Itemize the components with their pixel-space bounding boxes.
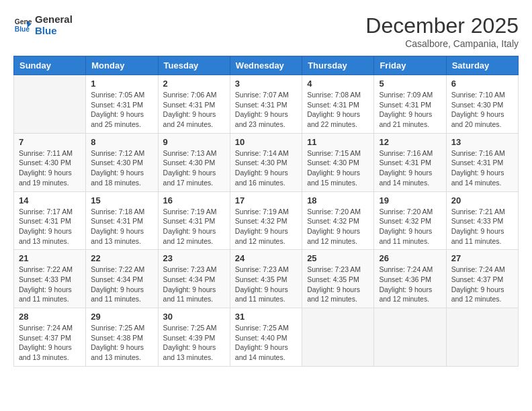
calendar-cell <box>374 308 446 367</box>
calendar-cell: 16Sunrise: 7:19 AMSunset: 4:31 PMDayligh… <box>158 191 230 250</box>
calendar-cell <box>14 75 86 134</box>
calendar-cell: 27Sunrise: 7:24 AMSunset: 4:37 PMDayligh… <box>446 250 518 308</box>
calendar-week-row: 28Sunrise: 7:24 AMSunset: 4:37 PMDayligh… <box>14 308 519 367</box>
calendar-cell: 17Sunrise: 7:19 AMSunset: 4:32 PMDayligh… <box>230 191 302 250</box>
weekday-header-cell: Friday <box>374 56 446 75</box>
day-number: 31 <box>235 312 297 322</box>
day-info: Sunrise: 7:16 AMSunset: 4:31 PMDaylight:… <box>451 148 513 188</box>
page-header: General Blue General Blue December 2025 … <box>13 13 519 49</box>
weekday-header-cell: Sunday <box>14 56 86 75</box>
day-info: Sunrise: 7:19 AMSunset: 4:31 PMDaylight:… <box>163 207 225 246</box>
day-number: 28 <box>19 312 81 322</box>
weekday-header-cell: Monday <box>86 56 158 75</box>
day-number: 19 <box>379 195 441 205</box>
day-number: 27 <box>451 253 513 263</box>
day-number: 21 <box>19 253 81 263</box>
day-info: Sunrise: 7:23 AMSunset: 4:34 PMDaylight:… <box>163 265 225 304</box>
calendar-cell: 15Sunrise: 7:18 AMSunset: 4:31 PMDayligh… <box>86 191 158 250</box>
calendar-body: 1Sunrise: 7:05 AMSunset: 4:31 PMDaylight… <box>14 75 519 367</box>
day-number: 9 <box>163 137 225 147</box>
day-number: 18 <box>307 195 369 205</box>
calendar-week-row: 21Sunrise: 7:22 AMSunset: 4:33 PMDayligh… <box>14 250 519 308</box>
calendar-cell: 11Sunrise: 7:15 AMSunset: 4:30 PMDayligh… <box>302 133 374 191</box>
weekday-header-cell: Wednesday <box>230 56 302 75</box>
day-info: Sunrise: 7:22 AMSunset: 4:33 PMDaylight:… <box>19 265 81 304</box>
logo: General Blue General Blue <box>13 13 73 37</box>
day-info: Sunrise: 7:24 AMSunset: 4:37 PMDaylight:… <box>451 265 513 304</box>
calendar-cell: 10Sunrise: 7:14 AMSunset: 4:30 PMDayligh… <box>230 133 302 191</box>
calendar-cell: 29Sunrise: 7:25 AMSunset: 4:38 PMDayligh… <box>86 308 158 367</box>
location: Casalbore, Campania, Italy <box>365 38 519 49</box>
day-number: 8 <box>91 137 152 147</box>
day-info: Sunrise: 7:11 AMSunset: 4:30 PMDaylight:… <box>19 148 81 188</box>
logo-line1: General <box>35 13 73 25</box>
day-info: Sunrise: 7:20 AMSunset: 4:32 PMDaylight:… <box>307 207 369 246</box>
day-number: 23 <box>163 253 225 263</box>
day-number: 10 <box>235 137 297 147</box>
logo-line2: Blue <box>35 25 73 36</box>
calendar-cell: 23Sunrise: 7:23 AMSunset: 4:34 PMDayligh… <box>158 250 230 308</box>
calendar-cell: 30Sunrise: 7:25 AMSunset: 4:39 PMDayligh… <box>158 308 230 367</box>
day-info: Sunrise: 7:12 AMSunset: 4:30 PMDaylight:… <box>91 148 152 188</box>
day-number: 30 <box>163 312 225 322</box>
day-info: Sunrise: 7:06 AMSunset: 4:31 PMDaylight:… <box>163 90 225 130</box>
logo-icon: General Blue <box>13 15 32 34</box>
calendar-cell: 3Sunrise: 7:07 AMSunset: 4:31 PMDaylight… <box>230 75 302 134</box>
title-block: December 2025 Casalbore, Campania, Italy <box>365 13 519 49</box>
day-number: 16 <box>163 195 225 205</box>
day-number: 7 <box>19 137 81 147</box>
day-info: Sunrise: 7:20 AMSunset: 4:32 PMDaylight:… <box>379 207 441 246</box>
month-title: December 2025 <box>365 13 519 38</box>
weekday-header-cell: Tuesday <box>158 56 230 75</box>
calendar-cell: 5Sunrise: 7:09 AMSunset: 4:31 PMDaylight… <box>374 75 446 134</box>
calendar-cell: 22Sunrise: 7:22 AMSunset: 4:34 PMDayligh… <box>86 250 158 308</box>
calendar-cell: 4Sunrise: 7:08 AMSunset: 4:31 PMDaylight… <box>302 75 374 134</box>
day-number: 17 <box>235 195 297 205</box>
day-number: 25 <box>307 253 369 263</box>
day-info: Sunrise: 7:13 AMSunset: 4:30 PMDaylight:… <box>163 148 225 188</box>
day-number: 24 <box>235 253 297 263</box>
day-info: Sunrise: 7:25 AMSunset: 4:40 PMDaylight:… <box>235 323 297 363</box>
calendar-cell: 6Sunrise: 7:10 AMSunset: 4:30 PMDaylight… <box>446 75 518 134</box>
day-info: Sunrise: 7:10 AMSunset: 4:30 PMDaylight:… <box>451 90 513 130</box>
day-info: Sunrise: 7:07 AMSunset: 4:31 PMDaylight:… <box>235 90 297 130</box>
calendar-cell: 8Sunrise: 7:12 AMSunset: 4:30 PMDaylight… <box>86 133 158 191</box>
day-number: 4 <box>307 79 369 89</box>
day-number: 2 <box>163 79 225 89</box>
calendar-cell: 2Sunrise: 7:06 AMSunset: 4:31 PMDaylight… <box>158 75 230 134</box>
day-info: Sunrise: 7:17 AMSunset: 4:31 PMDaylight:… <box>19 207 81 246</box>
calendar-cell: 26Sunrise: 7:24 AMSunset: 4:36 PMDayligh… <box>374 250 446 308</box>
day-info: Sunrise: 7:24 AMSunset: 4:37 PMDaylight:… <box>19 323 81 363</box>
day-info: Sunrise: 7:24 AMSunset: 4:36 PMDaylight:… <box>379 265 441 304</box>
day-number: 26 <box>379 253 441 263</box>
calendar-cell: 1Sunrise: 7:05 AMSunset: 4:31 PMDaylight… <box>86 75 158 134</box>
calendar-cell: 19Sunrise: 7:20 AMSunset: 4:32 PMDayligh… <box>374 191 446 250</box>
calendar: SundayMondayTuesdayWednesdayThursdayFrid… <box>13 56 519 367</box>
day-number: 20 <box>451 195 513 205</box>
calendar-cell: 14Sunrise: 7:17 AMSunset: 4:31 PMDayligh… <box>14 191 86 250</box>
day-number: 14 <box>19 195 81 205</box>
day-info: Sunrise: 7:23 AMSunset: 4:35 PMDaylight:… <box>307 265 369 304</box>
day-number: 12 <box>379 137 441 147</box>
day-info: Sunrise: 7:16 AMSunset: 4:31 PMDaylight:… <box>379 148 441 188</box>
day-number: 5 <box>379 79 441 89</box>
day-number: 3 <box>235 79 297 89</box>
calendar-cell: 7Sunrise: 7:11 AMSunset: 4:30 PMDaylight… <box>14 133 86 191</box>
day-info: Sunrise: 7:09 AMSunset: 4:31 PMDaylight:… <box>379 90 441 130</box>
day-number: 13 <box>451 137 513 147</box>
day-number: 11 <box>307 137 369 147</box>
calendar-cell: 13Sunrise: 7:16 AMSunset: 4:31 PMDayligh… <box>446 133 518 191</box>
calendar-cell: 20Sunrise: 7:21 AMSunset: 4:33 PMDayligh… <box>446 191 518 250</box>
day-info: Sunrise: 7:05 AMSunset: 4:31 PMDaylight:… <box>91 90 152 130</box>
calendar-cell: 24Sunrise: 7:23 AMSunset: 4:35 PMDayligh… <box>230 250 302 308</box>
day-number: 1 <box>91 79 152 89</box>
calendar-cell: 25Sunrise: 7:23 AMSunset: 4:35 PMDayligh… <box>302 250 374 308</box>
day-info: Sunrise: 7:21 AMSunset: 4:33 PMDaylight:… <box>451 207 513 246</box>
calendar-cell <box>302 308 374 367</box>
calendar-week-row: 14Sunrise: 7:17 AMSunset: 4:31 PMDayligh… <box>14 191 519 250</box>
calendar-week-row: 7Sunrise: 7:11 AMSunset: 4:30 PMDaylight… <box>14 133 519 191</box>
calendar-cell: 28Sunrise: 7:24 AMSunset: 4:37 PMDayligh… <box>14 308 86 367</box>
weekday-header-row: SundayMondayTuesdayWednesdayThursdayFrid… <box>14 56 519 75</box>
weekday-header-cell: Thursday <box>302 56 374 75</box>
day-number: 22 <box>91 253 152 263</box>
